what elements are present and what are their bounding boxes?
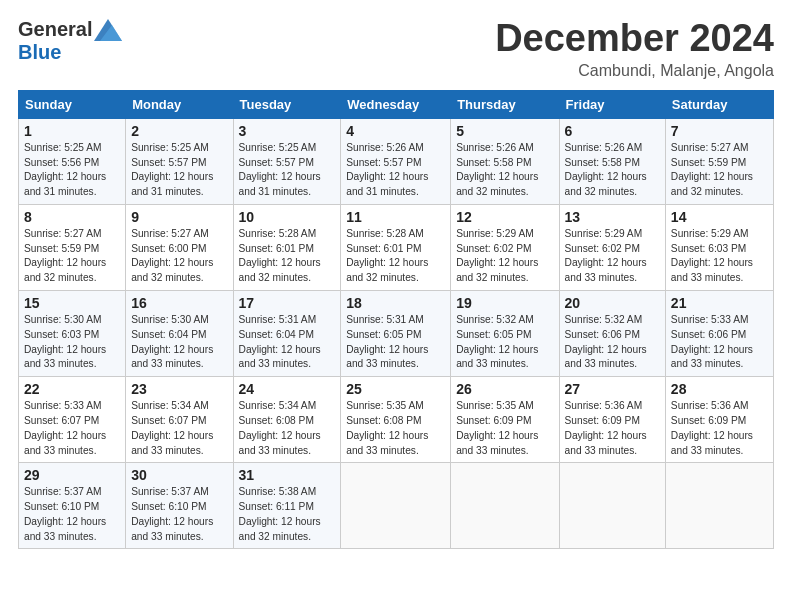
calendar-cell: 23Sunrise: 5:34 AM Sunset: 6:07 PM Dayli… — [126, 377, 233, 463]
day-info: Sunrise: 5:34 AM Sunset: 6:08 PM Dayligh… — [239, 399, 336, 458]
day-number: 6 — [565, 123, 660, 139]
calendar-cell: 21Sunrise: 5:33 AM Sunset: 6:06 PM Dayli… — [665, 291, 773, 377]
day-number: 27 — [565, 381, 660, 397]
day-header-friday: Friday — [559, 90, 665, 118]
day-header-saturday: Saturday — [665, 90, 773, 118]
day-info: Sunrise: 5:26 AM Sunset: 5:58 PM Dayligh… — [456, 141, 553, 200]
day-info: Sunrise: 5:28 AM Sunset: 6:01 PM Dayligh… — [346, 227, 445, 286]
day-number: 20 — [565, 295, 660, 311]
day-number: 24 — [239, 381, 336, 397]
day-number: 14 — [671, 209, 768, 225]
day-info: Sunrise: 5:29 AM Sunset: 6:03 PM Dayligh… — [671, 227, 768, 286]
day-number: 10 — [239, 209, 336, 225]
calendar-cell: 8Sunrise: 5:27 AM Sunset: 5:59 PM Daylig… — [19, 204, 126, 290]
day-info: Sunrise: 5:30 AM Sunset: 6:04 PM Dayligh… — [131, 313, 227, 372]
calendar-cell: 24Sunrise: 5:34 AM Sunset: 6:08 PM Dayli… — [233, 377, 341, 463]
day-info: Sunrise: 5:29 AM Sunset: 6:02 PM Dayligh… — [456, 227, 553, 286]
calendar-cell: 3Sunrise: 5:25 AM Sunset: 5:57 PM Daylig… — [233, 118, 341, 204]
calendar-cell: 30Sunrise: 5:37 AM Sunset: 6:10 PM Dayli… — [126, 463, 233, 549]
location-title: Cambundi, Malanje, Angola — [495, 62, 774, 80]
day-info: Sunrise: 5:28 AM Sunset: 6:01 PM Dayligh… — [239, 227, 336, 286]
calendar-cell: 28Sunrise: 5:36 AM Sunset: 6:09 PM Dayli… — [665, 377, 773, 463]
calendar-cell: 17Sunrise: 5:31 AM Sunset: 6:04 PM Dayli… — [233, 291, 341, 377]
day-info: Sunrise: 5:26 AM Sunset: 5:58 PM Dayligh… — [565, 141, 660, 200]
day-info: Sunrise: 5:25 AM Sunset: 5:57 PM Dayligh… — [239, 141, 336, 200]
month-title: December 2024 — [495, 18, 774, 60]
calendar-cell: 18Sunrise: 5:31 AM Sunset: 6:05 PM Dayli… — [341, 291, 451, 377]
calendar-cell: 31Sunrise: 5:38 AM Sunset: 6:11 PM Dayli… — [233, 463, 341, 549]
day-number: 13 — [565, 209, 660, 225]
day-header-tuesday: Tuesday — [233, 90, 341, 118]
day-info: Sunrise: 5:32 AM Sunset: 6:06 PM Dayligh… — [565, 313, 660, 372]
day-number: 7 — [671, 123, 768, 139]
day-number: 15 — [24, 295, 120, 311]
calendar-cell — [559, 463, 665, 549]
day-info: Sunrise: 5:25 AM Sunset: 5:57 PM Dayligh… — [131, 141, 227, 200]
day-info: Sunrise: 5:37 AM Sunset: 6:10 PM Dayligh… — [24, 485, 120, 544]
calendar-cell: 11Sunrise: 5:28 AM Sunset: 6:01 PM Dayli… — [341, 204, 451, 290]
day-number: 19 — [456, 295, 553, 311]
day-info: Sunrise: 5:33 AM Sunset: 6:06 PM Dayligh… — [671, 313, 768, 372]
day-number: 29 — [24, 467, 120, 483]
day-number: 3 — [239, 123, 336, 139]
day-info: Sunrise: 5:27 AM Sunset: 6:00 PM Dayligh… — [131, 227, 227, 286]
day-number: 8 — [24, 209, 120, 225]
day-number: 16 — [131, 295, 227, 311]
calendar-week-row: 1Sunrise: 5:25 AM Sunset: 5:56 PM Daylig… — [19, 118, 774, 204]
day-number: 21 — [671, 295, 768, 311]
day-info: Sunrise: 5:38 AM Sunset: 6:11 PM Dayligh… — [239, 485, 336, 544]
title-area: December 2024 Cambundi, Malanje, Angola — [495, 18, 774, 80]
day-number: 28 — [671, 381, 768, 397]
calendar-week-row: 8Sunrise: 5:27 AM Sunset: 5:59 PM Daylig… — [19, 204, 774, 290]
day-number: 30 — [131, 467, 227, 483]
calendar-cell: 19Sunrise: 5:32 AM Sunset: 6:05 PM Dayli… — [451, 291, 559, 377]
day-number: 23 — [131, 381, 227, 397]
calendar-cell: 26Sunrise: 5:35 AM Sunset: 6:09 PM Dayli… — [451, 377, 559, 463]
day-info: Sunrise: 5:35 AM Sunset: 6:09 PM Dayligh… — [456, 399, 553, 458]
calendar-header-row: SundayMondayTuesdayWednesdayThursdayFrid… — [19, 90, 774, 118]
day-info: Sunrise: 5:35 AM Sunset: 6:08 PM Dayligh… — [346, 399, 445, 458]
calendar-cell: 2Sunrise: 5:25 AM Sunset: 5:57 PM Daylig… — [126, 118, 233, 204]
logo-general-text: General — [18, 18, 92, 41]
calendar-cell: 12Sunrise: 5:29 AM Sunset: 6:02 PM Dayli… — [451, 204, 559, 290]
day-info: Sunrise: 5:31 AM Sunset: 6:05 PM Dayligh… — [346, 313, 445, 372]
day-info: Sunrise: 5:27 AM Sunset: 5:59 PM Dayligh… — [24, 227, 120, 286]
day-number: 11 — [346, 209, 445, 225]
calendar-cell: 22Sunrise: 5:33 AM Sunset: 6:07 PM Dayli… — [19, 377, 126, 463]
day-number: 1 — [24, 123, 120, 139]
day-header-sunday: Sunday — [19, 90, 126, 118]
day-info: Sunrise: 5:36 AM Sunset: 6:09 PM Dayligh… — [565, 399, 660, 458]
day-info: Sunrise: 5:37 AM Sunset: 6:10 PM Dayligh… — [131, 485, 227, 544]
day-number: 4 — [346, 123, 445, 139]
day-number: 12 — [456, 209, 553, 225]
calendar-cell: 9Sunrise: 5:27 AM Sunset: 6:00 PM Daylig… — [126, 204, 233, 290]
day-number: 25 — [346, 381, 445, 397]
day-number: 5 — [456, 123, 553, 139]
logo: General Blue — [18, 18, 122, 64]
day-info: Sunrise: 5:29 AM Sunset: 6:02 PM Dayligh… — [565, 227, 660, 286]
day-number: 26 — [456, 381, 553, 397]
day-number: 17 — [239, 295, 336, 311]
day-header-wednesday: Wednesday — [341, 90, 451, 118]
calendar-cell — [451, 463, 559, 549]
calendar-cell: 13Sunrise: 5:29 AM Sunset: 6:02 PM Dayli… — [559, 204, 665, 290]
logo-blue-text: Blue — [18, 41, 61, 64]
calendar-cell: 25Sunrise: 5:35 AM Sunset: 6:08 PM Dayli… — [341, 377, 451, 463]
calendar-table: SundayMondayTuesdayWednesdayThursdayFrid… — [18, 90, 774, 550]
calendar-cell: 15Sunrise: 5:30 AM Sunset: 6:03 PM Dayli… — [19, 291, 126, 377]
day-number: 18 — [346, 295, 445, 311]
day-info: Sunrise: 5:30 AM Sunset: 6:03 PM Dayligh… — [24, 313, 120, 372]
calendar-cell: 5Sunrise: 5:26 AM Sunset: 5:58 PM Daylig… — [451, 118, 559, 204]
calendar-week-row: 22Sunrise: 5:33 AM Sunset: 6:07 PM Dayli… — [19, 377, 774, 463]
calendar-cell: 7Sunrise: 5:27 AM Sunset: 5:59 PM Daylig… — [665, 118, 773, 204]
day-number: 2 — [131, 123, 227, 139]
calendar-cell — [665, 463, 773, 549]
day-info: Sunrise: 5:25 AM Sunset: 5:56 PM Dayligh… — [24, 141, 120, 200]
calendar-cell: 16Sunrise: 5:30 AM Sunset: 6:04 PM Dayli… — [126, 291, 233, 377]
calendar-cell: 29Sunrise: 5:37 AM Sunset: 6:10 PM Dayli… — [19, 463, 126, 549]
calendar-week-row: 15Sunrise: 5:30 AM Sunset: 6:03 PM Dayli… — [19, 291, 774, 377]
day-info: Sunrise: 5:31 AM Sunset: 6:04 PM Dayligh… — [239, 313, 336, 372]
day-info: Sunrise: 5:26 AM Sunset: 5:57 PM Dayligh… — [346, 141, 445, 200]
calendar-cell: 10Sunrise: 5:28 AM Sunset: 6:01 PM Dayli… — [233, 204, 341, 290]
calendar-cell: 1Sunrise: 5:25 AM Sunset: 5:56 PM Daylig… — [19, 118, 126, 204]
